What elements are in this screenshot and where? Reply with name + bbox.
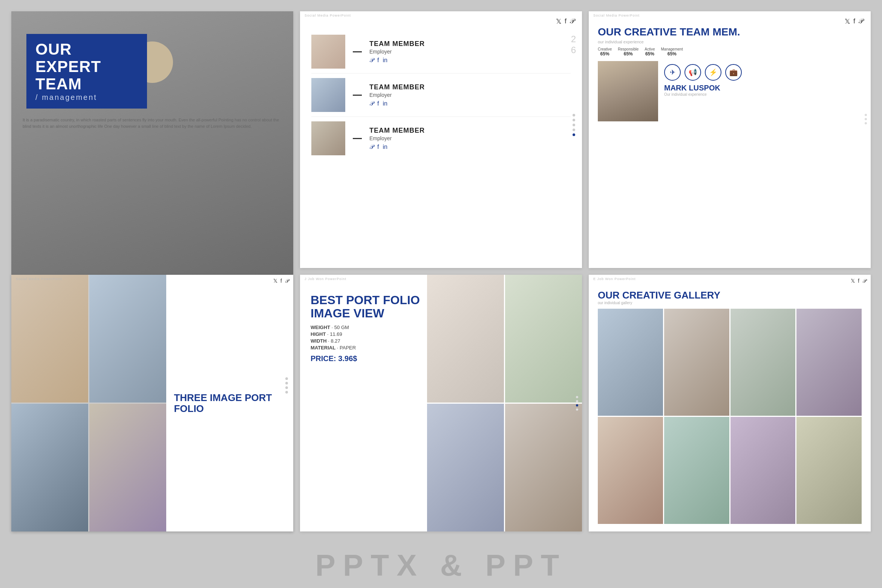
slide5-photo-grid <box>427 275 582 531</box>
facebook-icon: f <box>377 57 379 64</box>
spec-width: WIDTH · 8.27 <box>311 338 420 344</box>
slide-creative-gallery: E Job Won PowerPoint 𝕏 f 𝒫 OUR CREATIVE … <box>589 275 871 531</box>
slide3-social: 𝕏 f 𝒫 <box>845 17 863 26</box>
pagination-dots <box>573 114 575 136</box>
slide1-description-area: It is a paradisematic country, in which … <box>23 117 282 129</box>
slide3-skill-icons: ✈ 📢 ⚡ 💼 <box>664 64 862 81</box>
footer: PPTX & PPT <box>0 543 882 588</box>
gallery-photo-4 <box>796 309 862 416</box>
pag-dot-active <box>573 133 575 136</box>
member3-info: TEAM MEMBER Employer 𝒫 f in <box>369 127 571 150</box>
slide3-sub: our individual experience <box>598 40 862 44</box>
page-number: 26 <box>571 34 576 56</box>
team-members-list: TEAM MEMBER Employer 𝒫 f in TEAM MEMBER <box>311 30 571 160</box>
stat-creative: Creative 65% <box>598 47 612 57</box>
pag-dot <box>285 377 288 380</box>
portfolio-img-4 <box>505 404 582 531</box>
portfolio-img-1 <box>427 275 504 403</box>
pag-dot <box>865 114 867 116</box>
twitter-icon: 𝕏 <box>556 17 562 26</box>
skill-icon-3: ⚡ <box>705 64 721 81</box>
slide3-pagination <box>865 114 867 124</box>
slide4-label: Social Media PowerPoint <box>16 277 62 281</box>
portfolio-photo-2 <box>89 275 166 403</box>
slide5-text: BEST PORT FOLIO IMAGE VIEW WEIGHT · 50 G… <box>311 294 420 363</box>
slide1-title-box: OUR EXPERT TEAM / management <box>26 34 147 109</box>
member1-photo <box>311 35 345 69</box>
slide3-person-title: Our individual experience <box>664 92 862 96</box>
gallery-photo-1 <box>598 309 663 416</box>
slide1-desc: It is a paradisematic country, in which … <box>23 117 282 129</box>
portfolio-img-2 <box>505 275 582 403</box>
spec-weight: WEIGHT · 50 GM <box>311 325 420 330</box>
slide-best-portfolio: J Job Won PowerPoint 𝕏 f 𝒫 BEST PORT FOL… <box>300 275 582 531</box>
member3-title: TEAM MEMBER <box>369 127 571 135</box>
pag-dot <box>285 386 288 389</box>
member1-role: Employer <box>369 49 571 55</box>
stat-active: Active 65% <box>645 47 655 57</box>
slide5-specs: WEIGHT · 50 GM HIGHT · 11.69 WIDTH · 8.2… <box>311 325 420 351</box>
pag-dot <box>573 124 575 126</box>
slide5-label: J Job Won PowerPoint <box>305 277 346 281</box>
slide3-heading: OUR CREATIVE TEAM MEM. <box>598 26 862 38</box>
portfolio-photo-1 <box>11 275 88 403</box>
slide2-social: 𝕏 f 𝒫 <box>556 17 574 26</box>
pinterest-icon: 𝒫 <box>862 278 866 284</box>
gallery-photo-5 <box>598 417 663 524</box>
facebook-icon: f <box>280 278 282 284</box>
member3-socials: 𝒫 f in <box>369 144 571 150</box>
pinterest-icon: 𝒫 <box>369 100 374 107</box>
pag-dot <box>576 408 578 410</box>
pag-dot <box>573 114 575 116</box>
member1-dash <box>353 51 362 52</box>
footer-text: PPTX & PPT <box>315 548 567 583</box>
slide6-social: 𝕏 f 𝒫 <box>851 278 866 284</box>
gallery-photo-2 <box>664 309 729 416</box>
slide5-title: BEST PORT FOLIO IMAGE VIEW <box>311 294 420 320</box>
slide-creative-team: Social Media PowerPoint 𝕏 f 𝒫 OUR CREATI… <box>589 11 871 268</box>
slide6-heading: OUR CREATIVE GALLERY <box>598 290 862 301</box>
pag-dot <box>865 122 867 124</box>
spec-material: MATERIAL · PAPER <box>311 345 420 351</box>
slide4-text-area: THREE IMAGE PORT FOLIO <box>166 275 293 531</box>
slide2-label: Social Media PowerPoint <box>305 14 351 17</box>
linkedin-icon: in <box>383 144 387 150</box>
twitter-icon: 𝕏 <box>273 278 277 284</box>
pinterest-icon: 𝒫 <box>369 144 374 150</box>
slide4-title: THREE IMAGE PORT FOLIO <box>174 392 286 414</box>
slide3-right-content: ✈ 📢 ⚡ 💼 MARK LUSPOK Our individual exper… <box>664 61 862 121</box>
slide3-person-photo <box>598 61 658 121</box>
facebook-icon: f <box>853 17 855 26</box>
slide6-sub: our individual gallery <box>598 301 862 305</box>
pag-dot-active <box>576 404 578 406</box>
member2-info: TEAM MEMBER Employer 𝒫 f in <box>369 83 571 107</box>
pag-dot <box>576 396 578 398</box>
linkedin-icon: in <box>383 100 387 107</box>
slide3-label: Social Media PowerPoint <box>593 14 640 17</box>
skill-icon-2: 📢 <box>684 64 701 81</box>
member2-title: TEAM MEMBER <box>369 83 571 91</box>
pinterest-icon: 𝒫 <box>858 17 863 26</box>
slide4-photo-grid <box>11 275 166 531</box>
member2-socials: 𝒫 f in <box>369 100 571 107</box>
spec-height: HIGHT · 11.69 <box>311 331 420 337</box>
slide1-title-sub: / management <box>35 93 138 102</box>
member1-info: TEAM MEMBER Employer 𝒫 f in <box>369 40 571 64</box>
facebook-icon: f <box>565 17 567 26</box>
gallery-photo-3 <box>730 309 796 416</box>
pag-dot <box>865 118 867 120</box>
slide1-title-main: OUR EXPERT TEAM <box>35 41 138 93</box>
facebook-icon: f <box>377 144 379 150</box>
slide3-content: ✈ 📢 ⚡ 💼 MARK LUSPOK Our individual exper… <box>598 61 862 121</box>
member2-role: Employer <box>369 92 571 98</box>
pinterest-icon: 𝒫 <box>369 57 374 64</box>
facebook-icon: f <box>377 100 379 107</box>
portfolio-photo-3 <box>11 404 88 531</box>
slide5-pagination <box>576 396 578 410</box>
skill-icon-1: ✈ <box>664 64 681 81</box>
stat-management: Management 65% <box>661 47 683 57</box>
pag-dot <box>285 391 288 394</box>
linkedin-icon: in <box>383 57 387 64</box>
pag-dot <box>573 129 575 131</box>
slide5-price: PRICE: 3.96$ <box>311 354 420 363</box>
